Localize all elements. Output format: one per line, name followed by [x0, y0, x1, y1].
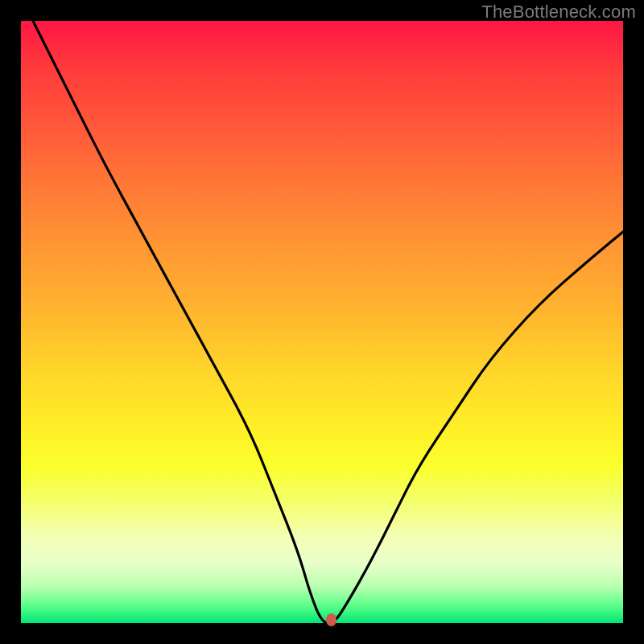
bottleneck-curve — [21, 21, 623, 623]
watermark-text: TheBottleneck.com — [481, 2, 636, 23]
optimal-point-marker — [326, 613, 336, 626]
plot-area — [21, 21, 623, 623]
chart-frame: TheBottleneck.com — [0, 0, 644, 644]
